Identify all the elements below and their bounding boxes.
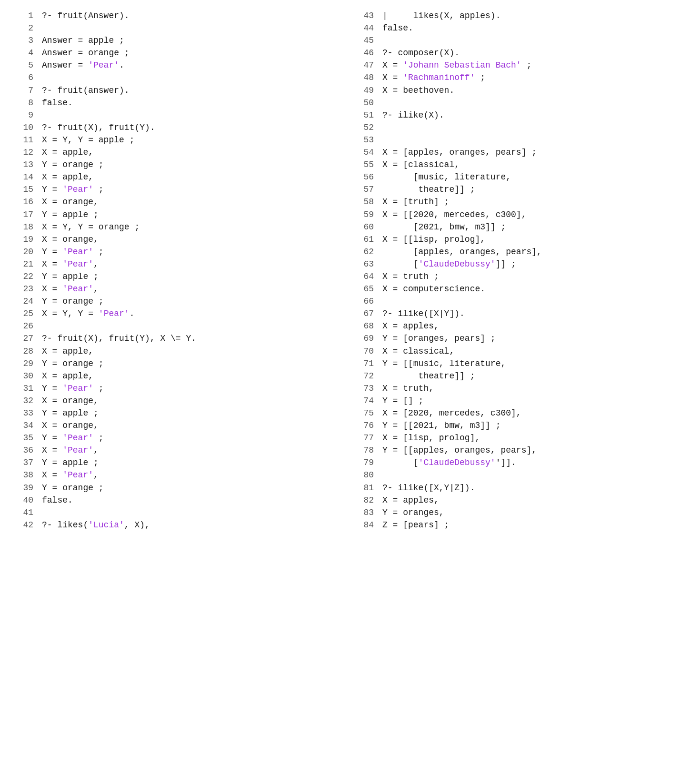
line-content: theatre]] ; [382, 370, 475, 382]
line-content: false. [42, 494, 73, 506]
line: 5Answer = 'Pear'. [14, 59, 345, 71]
line-number: 7 [14, 84, 33, 97]
line-number: 46 [355, 47, 374, 59]
line: 37Y = apple ; [14, 456, 345, 469]
line-number: 29 [14, 357, 33, 370]
line: 50 [355, 97, 686, 109]
line-content: ?- ilike([X,Y|Z]). [382, 482, 475, 494]
line: 71Y = [[music, literature, [355, 357, 686, 370]
string-literal: 'Pear' [62, 433, 93, 443]
line: 59X = [[2020, mercedes, c300], [355, 208, 686, 221]
line-content: Y = orange ; [42, 158, 104, 171]
string-literal: 'Rachmaninoff' [403, 73, 475, 82]
line: 64X = truth ; [355, 270, 686, 283]
line-number: 50 [355, 97, 374, 109]
line-content: | likes(X, apples). [382, 10, 500, 22]
line: 66 [355, 295, 686, 307]
line-content: false. [382, 22, 413, 34]
line: 14X = apple, [14, 171, 345, 183]
line: 17Y = apple ; [14, 208, 345, 221]
line-number: 26 [14, 320, 33, 332]
line-number: 17 [14, 208, 33, 221]
line-number: 82 [355, 494, 374, 506]
line-number: 27 [14, 332, 33, 345]
line-content: X = [lisp, prolog], [382, 432, 480, 444]
line-number: 84 [355, 519, 374, 531]
line: 6 [14, 71, 345, 84]
line-number: 66 [355, 295, 374, 307]
line-content: X = Y, Y = apple ; [42, 134, 134, 146]
line-number: 72 [355, 370, 374, 382]
line-number: 58 [355, 196, 374, 208]
string-literal: 'Pear' [62, 470, 93, 480]
line-content: X = orange, [42, 419, 99, 432]
line-number: 70 [355, 345, 374, 357]
line: 81?- ilike([X,Y|Z]). [355, 482, 686, 494]
line: 67?- ilike([X|Y]). [355, 307, 686, 320]
line-content: ['ClaudeDebussy'']]. [382, 456, 516, 469]
line-number: 59 [355, 208, 374, 221]
line: 42?- likes('Lucia', X), [14, 519, 345, 531]
string-literal: 'Lucia' [88, 520, 124, 530]
line: 73X = truth, [355, 382, 686, 395]
line: 69Y = [oranges, pears] ; [355, 332, 686, 345]
line-number: 24 [14, 295, 33, 307]
line-number: 4 [14, 47, 33, 59]
line-content: ?- composer(X). [382, 47, 460, 59]
line-number: 34 [14, 419, 33, 432]
line-number: 80 [355, 469, 374, 481]
line: 43| likes(X, apples). [355, 10, 686, 22]
line-number: 21 [14, 258, 33, 270]
line-content: X = truth ; [382, 270, 439, 283]
line: 82X = apples, [355, 494, 686, 506]
code-container: 1?- fruit(Answer).23Answer = apple ;4Ans… [14, 10, 686, 531]
line-content: X = beethoven. [382, 84, 454, 97]
line-number: 3 [14, 34, 33, 47]
line: 13Y = orange ; [14, 158, 345, 171]
line: 79 ['ClaudeDebussy'']]. [355, 456, 686, 469]
line: 1?- fruit(Answer). [14, 10, 345, 22]
string-literal: 'Pear' [62, 284, 93, 294]
line: 48X = 'Rachmaninoff' ; [355, 71, 686, 84]
line-number: 79 [355, 456, 374, 469]
line: 53 [355, 134, 686, 146]
line-number: 63 [355, 258, 374, 270]
line-content: X = orange, [42, 233, 99, 246]
line-content: X = Y, Y = orange ; [42, 221, 140, 233]
line-content: X = 'Rachmaninoff' ; [382, 71, 485, 84]
line-number: 78 [355, 444, 374, 456]
line-number: 25 [14, 307, 33, 320]
line-number: 22 [14, 270, 33, 283]
line-content: X = 'Pear', [42, 258, 99, 270]
line: 55X = [classical, [355, 158, 686, 171]
line: 21X = 'Pear', [14, 258, 345, 270]
line: 68X = apples, [355, 320, 686, 332]
line-content: X = [[2020, mercedes, c300], [382, 208, 526, 221]
line-content: X = orange, [42, 395, 99, 407]
line-content: X = 'Johann Sebastian Bach' ; [382, 59, 531, 71]
string-literal: 'Pear' [62, 445, 93, 455]
line-number: 54 [355, 146, 374, 158]
line-number: 6 [14, 71, 33, 84]
line: 19X = orange, [14, 233, 345, 246]
line-content: X = orange, [42, 196, 99, 208]
line: 38X = 'Pear', [14, 469, 345, 481]
line-number: 14 [14, 171, 33, 183]
line-number: 71 [355, 357, 374, 370]
line: 45 [355, 34, 686, 47]
line: 39Y = orange ; [14, 482, 345, 494]
line-content: ?- fruit(Answer). [42, 10, 130, 22]
line-content: Y = [] ; [382, 395, 423, 407]
line: 57 theatre]] ; [355, 183, 686, 196]
line-number: 40 [14, 494, 33, 506]
line-content: Y = 'Pear' ; [42, 246, 104, 258]
line-content: Answer = orange ; [42, 47, 130, 59]
line-number: 81 [355, 482, 374, 494]
line-content: ?- ilike(X). [382, 109, 444, 121]
line-content: X = [2020, mercedes, c300], [382, 407, 521, 419]
line: 10?- fruit(X), fruit(Y). [14, 121, 345, 134]
line-number: 55 [355, 158, 374, 171]
string-literal: 'Pear' [99, 309, 130, 318]
line-number: 1 [14, 10, 33, 22]
line-number: 75 [355, 407, 374, 419]
